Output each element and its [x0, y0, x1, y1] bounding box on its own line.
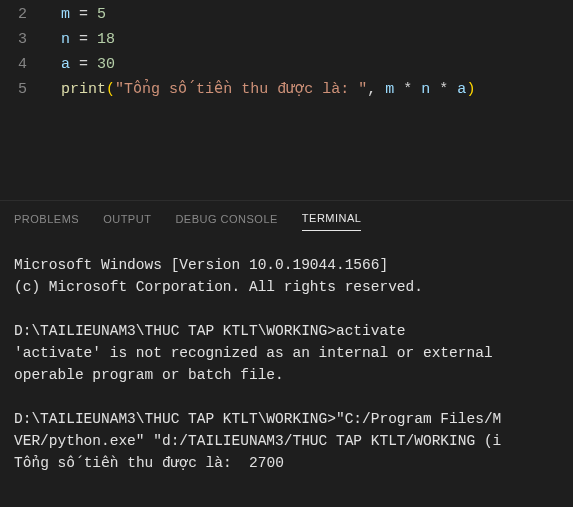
tab-debugconsole[interactable]: DEBUG CONSOLE — [175, 207, 277, 231]
token-num: 30 — [97, 56, 115, 73]
code-line[interactable]: 2m = 5 — [0, 2, 573, 27]
line-number: 2 — [0, 2, 45, 27]
token-var: a — [61, 56, 70, 73]
terminal-line: D:\TAILIEUNAM3\THUC TAP KTLT\WORKING>"C:… — [14, 408, 559, 430]
line-content[interactable]: print("Tổng số tiền thu được là: ", m * … — [45, 77, 475, 102]
line-content[interactable]: m = 5 — [45, 2, 106, 27]
code-line[interactable]: 3n = 18 — [0, 27, 573, 52]
token-var: n — [421, 81, 430, 98]
terminal-line: VER/python.exe" "d:/TAILIEUNAM3/THUC TAP… — [14, 430, 559, 452]
terminal-line: Microsoft Windows [Version 10.0.19044.15… — [14, 254, 559, 276]
token-op: = — [79, 31, 88, 48]
line-content[interactable]: a = 30 — [45, 52, 115, 77]
terminal-line: 'activate' is not recognized as an inter… — [14, 342, 559, 364]
tab-problems[interactable]: PROBLEMS — [14, 207, 79, 231]
code-line[interactable]: 4a = 30 — [0, 52, 573, 77]
line-number: 4 — [0, 52, 45, 77]
token-paren: ) — [466, 81, 475, 98]
token-op: * — [439, 81, 448, 98]
token-paren: ( — [106, 81, 115, 98]
token-fn: print — [61, 81, 106, 98]
token-op: = — [79, 6, 88, 23]
token-op: * — [403, 81, 412, 98]
line-number: 3 — [0, 27, 45, 52]
terminal-line: operable program or batch file. — [14, 364, 559, 386]
token-op: = — [79, 56, 88, 73]
terminal-view[interactable]: Microsoft Windows [Version 10.0.19044.15… — [0, 236, 573, 507]
line-number: 5 — [0, 77, 45, 102]
code-line[interactable]: 5print("Tổng số tiền thu được là: ", m *… — [0, 77, 573, 102]
tab-output[interactable]: OUTPUT — [103, 207, 151, 231]
token-str: "Tổng số tiền thu được là: " — [115, 81, 367, 98]
terminal-line: (c) Microsoft Corporation. All rights re… — [14, 276, 559, 298]
tab-terminal[interactable]: TERMINAL — [302, 206, 362, 231]
terminal-blank-line — [14, 298, 559, 320]
terminal-blank-line — [14, 386, 559, 408]
line-content[interactable]: n = 18 — [45, 27, 115, 52]
code-editor[interactable]: 2m = 53n = 184a = 305print("Tổng số tiền… — [0, 0, 573, 200]
token-var: m — [385, 81, 394, 98]
terminal-line: Tổng số tiền thu được là: 2700 — [14, 452, 559, 474]
token-var: m — [61, 6, 70, 23]
token-punct: , — [367, 81, 385, 98]
panel-tab-bar: PROBLEMSOUTPUTDEBUG CONSOLETERMINAL — [0, 201, 573, 236]
terminal-line: D:\TAILIEUNAM3\THUC TAP KTLT\WORKING>act… — [14, 320, 559, 342]
token-num: 5 — [97, 6, 106, 23]
token-var: n — [61, 31, 70, 48]
token-num: 18 — [97, 31, 115, 48]
